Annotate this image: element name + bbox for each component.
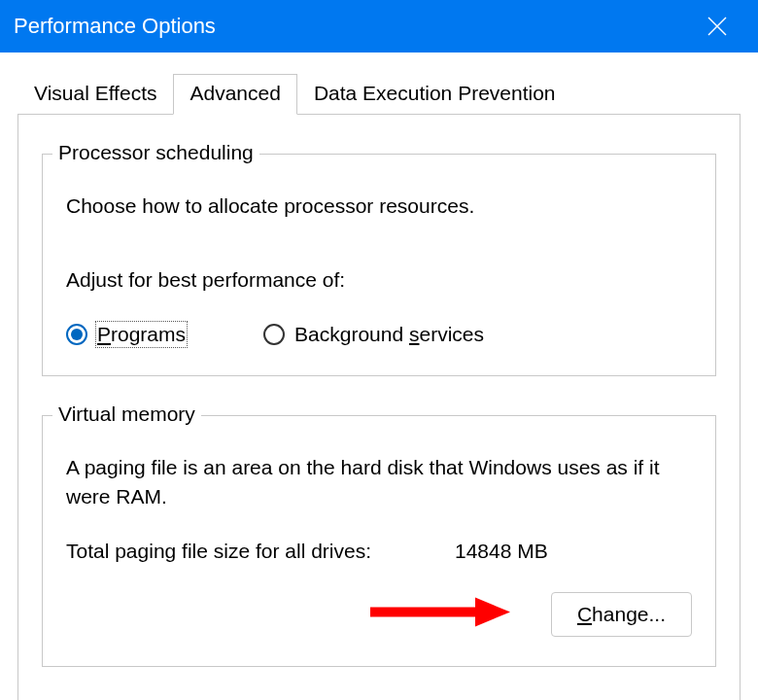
change-button[interactable]: Change...	[551, 592, 692, 637]
tab-strip: Visual Effects Advanced Data Execution P…	[0, 74, 758, 115]
window-title: Performance Options	[14, 14, 216, 39]
radio-row: Programs Background services	[66, 323, 692, 346]
vm-total-label: Total paging file size for all drives:	[66, 540, 455, 563]
processor-intro-text: Choose how to allocate processor resourc…	[66, 192, 692, 221]
tab-panel-advanced: Processor scheduling Choose how to alloc…	[17, 114, 741, 700]
vm-button-row: Change...	[66, 592, 692, 637]
group-virtual-memory: Virtual memory A paging file is an area …	[42, 415, 716, 667]
group-processor-scheduling: Processor scheduling Choose how to alloc…	[42, 154, 716, 376]
adjust-for-label: Adjust for best performance of:	[66, 265, 692, 295]
tab-advanced[interactable]: Advanced	[173, 74, 296, 115]
vm-total-value: 14848 MB	[455, 540, 548, 563]
radio-services-label: Background services	[294, 323, 484, 346]
radio-dot-icon	[66, 324, 87, 345]
tab-visual-effects[interactable]: Visual Effects	[17, 74, 173, 115]
vm-description: A paging file is an area on the hard dis…	[66, 453, 692, 512]
radio-programs-label: Programs	[97, 323, 186, 346]
radio-dot-icon	[263, 324, 285, 345]
titlebar: Performance Options	[0, 0, 758, 52]
group-legend-processor: Processor scheduling	[52, 141, 259, 164]
annotation-arrow-icon	[366, 595, 512, 633]
close-icon[interactable]	[696, 5, 739, 48]
vm-total-row: Total paging file size for all drives: 1…	[66, 540, 692, 563]
radio-programs[interactable]: Programs	[66, 323, 186, 346]
group-legend-vm: Virtual memory	[52, 402, 201, 426]
tab-dep[interactable]: Data Execution Prevention	[297, 74, 572, 115]
svg-marker-3	[475, 597, 510, 626]
radio-background-services[interactable]: Background services	[263, 323, 484, 346]
